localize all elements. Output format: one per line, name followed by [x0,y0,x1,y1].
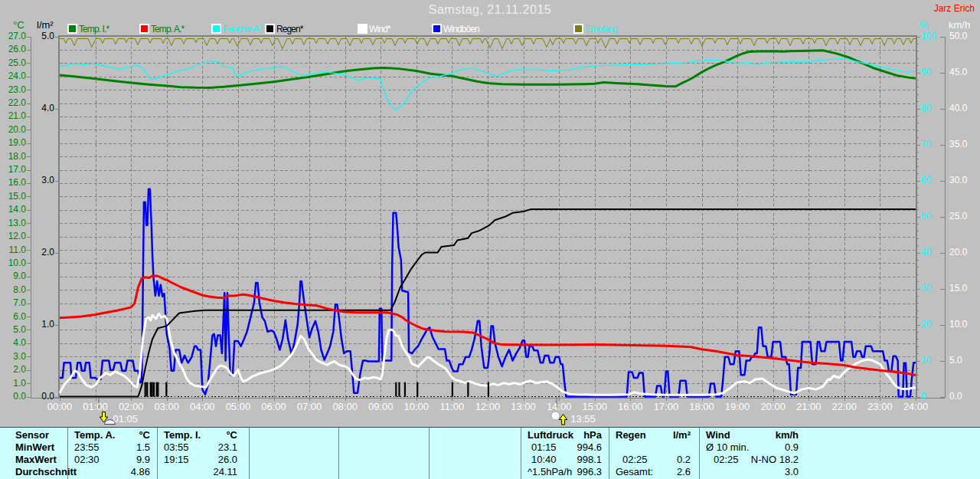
rain-bar [416,382,418,397]
percent-tick-label: 20 [921,320,944,330]
percent-tick-label: 40 [921,248,944,258]
rain-bar [452,382,453,397]
time-tick-label: 08:00 [330,402,361,412]
time-tick-label: 15:00 [580,402,610,412]
lm2-tick-label: 3.0 [36,176,54,185]
time-tick-label: 02:00 [116,402,146,412]
table-value-cell: 3.0 [707,466,799,478]
degc-tick-label: 26.0 [5,44,26,54]
time-tick-label: 13:00 [508,402,539,412]
degc-tick-label: 5.0 [5,325,26,335]
time-tick-label: 05:00 [223,402,253,412]
kmh-tick-label: 0.0 [949,392,974,402]
time-tick-label: 19:00 [722,402,753,412]
degc-tick-label: 25.0 [5,58,26,68]
degc-tick-label: 14.0 [5,205,26,215]
time-tick-label: 22:00 [829,402,860,412]
moon-marker-time: 13:55 [570,413,596,425]
degc-tick-label: 17.0 [5,165,26,175]
table-value-cell: 9.9 [58,454,150,466]
degc-tick-label: 6.0 [5,312,26,322]
table-value-cell: 0.9 [707,441,799,454]
time-tick-label: 06:00 [259,402,289,412]
percent-tick-label: 30 [921,284,944,294]
rain-bar [404,382,406,397]
rain-bar [395,382,397,397]
time-tick-label: 04:00 [187,402,217,412]
moonrise-icon [550,411,569,426]
table-value-cell: 23.1 [145,441,237,454]
time-tick-label: 12:00 [472,402,503,412]
table-value-cell: 994.6 [510,441,602,454]
degc-tick-label: 13.0 [5,218,26,228]
rain-bar [152,382,153,397]
degc-tick-label: 7.0 [5,298,26,308]
table-value-cell: 24.11 [145,466,237,478]
table-separator [249,428,250,479]
lm2-tick-label: 5.0 [36,31,54,41]
time-tick-label: 21:00 [793,402,824,412]
rain-bar [157,382,158,397]
degc-tick-label: 4.0 [5,338,26,348]
rain-bar [488,382,489,397]
table-value-cell: 4.86 [58,466,150,478]
time-tick-label: 01:00 [80,402,111,412]
degc-tick-label: 1.0 [5,379,26,389]
rain-bar [398,382,400,397]
moonset-icon [99,412,117,427]
degc-tick-label: 12.0 [5,231,26,241]
table-value-cell: 998.1 [510,454,602,466]
percent-tick-label: 90 [921,67,944,77]
time-tick-label: 10:00 [401,402,432,412]
kmh-tick-label: 35.0 [949,139,974,149]
table-value-cell: 26.0 [145,454,237,466]
table-separator [338,428,339,479]
degc-tick-label: 8.0 [5,285,26,295]
degc-tick-label: 0.0 [5,392,26,402]
table-group-unit: °C [145,429,237,441]
degc-tick-label: 19.0 [5,138,26,148]
table-value-cell: 1.5 [58,441,150,454]
table-value-cell: N-NO 18.2 [707,454,799,466]
table-value-cell: 0.2 [599,454,691,466]
degc-tick-label: 16.0 [5,178,26,188]
time-tick-label: 17:00 [651,402,681,412]
time-tick-label: 18:00 [687,402,717,412]
percent-tick-label: 60 [921,176,944,185]
time-tick-label: 03:00 [152,402,182,412]
kmh-tick-label: 30.0 [949,176,974,185]
degc-tick-label: 10.0 [5,258,26,268]
degc-tick-label: 24.0 [5,71,26,81]
kmh-tick-label: 15.0 [949,284,974,294]
degc-tick-label: 27.0 [5,31,26,41]
degc-tick-label: 22.0 [5,98,26,108]
stats-table: SensorMinWertMaxWertDurchschnittTemp. A.… [0,427,980,479]
time-tick-label: 11:00 [436,402,467,412]
percent-tick-label: 70 [921,139,944,149]
degc-tick-label: 20.0 [5,125,26,135]
chart-plot-area [0,0,980,427]
degc-tick-label: 23.0 [5,85,26,95]
kmh-tick-label: 45.0 [949,67,974,77]
rain-bar [145,382,146,397]
rain-bar [146,382,148,397]
percent-tick-label: 10 [921,356,944,366]
table-value-cell: 2.6 [599,466,691,478]
degc-tick-label: 2.0 [5,365,26,375]
weather-chart-window: Samstag, 21.11.2015 Jarz Erich °C l/m² %… [0,0,980,479]
percent-tick-label: 50 [921,212,944,221]
table-value-cell: 996.3 [510,466,602,478]
kmh-tick-label: 50.0 [949,31,974,41]
time-tick-label: 00:00 [44,402,75,412]
degc-tick-label: 21.0 [5,111,26,121]
rain-bar [165,382,167,397]
degc-tick-label: 3.0 [5,352,26,362]
degc-tick-label: 15.0 [5,192,26,202]
percent-tick-label: 80 [921,103,944,113]
kmh-tick-label: 10.0 [949,320,974,330]
table-group-unit: km/h [707,429,799,441]
table-row-label: MinWert [15,441,54,454]
kmh-tick-label: 40.0 [949,103,974,113]
time-tick-label: 24:00 [900,402,931,412]
lm2-tick-label: 4.0 [36,103,54,113]
